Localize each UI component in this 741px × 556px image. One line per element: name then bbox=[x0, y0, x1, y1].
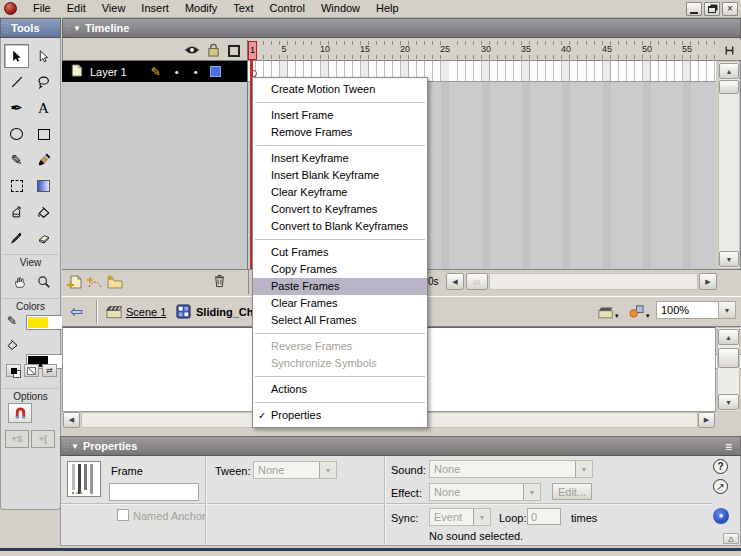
menu-item-convert-to-blank-keyframes[interactable]: Convert to Blank Keyframes bbox=[253, 218, 427, 235]
free-transform-tool[interactable] bbox=[4, 174, 29, 198]
menu-item-properties[interactable]: ✓Properties bbox=[253, 407, 427, 424]
swap-colors-button[interactable]: ⇄ bbox=[42, 364, 57, 377]
outline-layers-icon[interactable] bbox=[228, 45, 240, 57]
menu-item-clear-keyframe[interactable]: Clear Keyframe bbox=[253, 184, 427, 201]
eraser-tool[interactable] bbox=[31, 226, 56, 250]
brush-tool[interactable] bbox=[31, 148, 56, 172]
scroll-up-button[interactable]: ▲ bbox=[718, 329, 739, 345]
scroll-down-button[interactable]: ▼ bbox=[719, 251, 739, 267]
minimize-button[interactable] bbox=[686, 2, 702, 16]
combo-arrow-icon[interactable]: ▾ bbox=[718, 302, 735, 318]
menu-item-remove-frames[interactable]: Remove Frames bbox=[253, 124, 427, 141]
pencil-tool[interactable]: ✎ bbox=[4, 148, 29, 172]
lock-layers-icon[interactable] bbox=[207, 43, 220, 59]
accessibility-button[interactable]: ✶ bbox=[713, 508, 729, 524]
text-tool[interactable]: A bbox=[31, 96, 56, 120]
playhead-marker[interactable]: 1 bbox=[248, 41, 257, 60]
menu-control[interactable]: Control bbox=[261, 0, 312, 17]
pen-tool[interactable]: ✒ bbox=[4, 96, 29, 120]
menu-item-insert-frame[interactable]: Insert Frame bbox=[253, 107, 427, 124]
scrollbar-thumb[interactable]: ||| bbox=[466, 273, 488, 290]
layer-visibility-dot-icon[interactable]: • bbox=[175, 66, 179, 78]
menu-item-cut-frames[interactable]: Cut Frames bbox=[253, 244, 427, 261]
scrollbar-thumb[interactable] bbox=[718, 348, 739, 368]
menu-item-copy-frames[interactable]: Copy Frames bbox=[253, 261, 427, 278]
fill-transform-tool[interactable] bbox=[31, 174, 56, 198]
menu-item-select-all-frames[interactable]: Select All Frames bbox=[253, 312, 427, 329]
menu-item-create-motion-tween[interactable]: Create Motion Tween bbox=[253, 81, 427, 98]
frame-view-options-button[interactable] bbox=[717, 40, 741, 61]
insert-layer-button[interactable] bbox=[66, 274, 83, 292]
zoom-tool[interactable] bbox=[31, 270, 56, 294]
scroll-down-button[interactable]: ▼ bbox=[718, 394, 739, 410]
menu-item-paste-frames[interactable]: Paste Frames bbox=[253, 278, 427, 295]
paint-bucket-tool[interactable] bbox=[31, 200, 56, 224]
add-motion-guide-button[interactable] bbox=[86, 274, 103, 292]
menu-item-insert-blank-keyframe[interactable]: Insert Blank Keyframe bbox=[253, 167, 427, 184]
help-button[interactable]: ? bbox=[713, 459, 728, 474]
timeline-vertical-scrollbar[interactable]: ▲ ▼ bbox=[718, 61, 740, 269]
delete-layer-button[interactable] bbox=[212, 272, 227, 291]
zoom-level-combo[interactable]: 100% ▾ bbox=[656, 301, 736, 319]
collapse-panel-button[interactable]: △ bbox=[723, 533, 739, 544]
menu-view[interactable]: View bbox=[94, 0, 134, 17]
breadcrumb-scene-link[interactable]: Scene 1 bbox=[126, 306, 166, 318]
menu-item-insert-keyframe[interactable]: Insert Keyframe bbox=[253, 150, 427, 167]
collapse-arrow-icon[interactable]: ▼ bbox=[71, 442, 79, 451]
app-icon[interactable] bbox=[4, 2, 17, 15]
scroll-right-button[interactable]: ▶ bbox=[699, 273, 717, 290]
edit-scene-button[interactable]: ▾ bbox=[598, 304, 619, 320]
menu-text[interactable]: Text bbox=[225, 0, 261, 17]
menu-modify[interactable]: Modify bbox=[177, 0, 225, 17]
tools-panel-header[interactable]: Tools bbox=[0, 18, 61, 38]
breadcrumb-symbol-label[interactable]: Sliding_Cha bbox=[196, 306, 260, 318]
close-button[interactable]: × bbox=[722, 2, 738, 16]
panel-popout-button[interactable]: ↗ bbox=[713, 479, 728, 494]
layer-lock-dot-icon[interactable]: • bbox=[194, 66, 198, 78]
ink-bottle-tool[interactable] bbox=[4, 200, 29, 224]
timeline-horizontal-scrollbar[interactable] bbox=[489, 273, 698, 290]
straighten-icon: +( bbox=[39, 434, 47, 444]
menu-insert[interactable]: Insert bbox=[133, 0, 177, 17]
menu-item-convert-to-keyframes[interactable]: Convert to Keyframes bbox=[253, 201, 427, 218]
lasso-tool[interactable] bbox=[31, 70, 56, 94]
line-tool[interactable] bbox=[4, 70, 29, 94]
named-anchor-checkbox bbox=[117, 509, 129, 521]
menu-item-clear-frames[interactable]: Clear Frames bbox=[253, 295, 427, 312]
back-button[interactable]: ⇦ bbox=[70, 302, 83, 321]
subselection-tool[interactable] bbox=[31, 44, 56, 68]
dropdown-arrow-icon: ▾ bbox=[615, 312, 619, 320]
snap-to-objects-button[interactable] bbox=[8, 403, 32, 423]
scroll-left-button[interactable]: ◀ bbox=[63, 412, 80, 428]
scroll-left-button[interactable]: ◀ bbox=[446, 273, 464, 290]
menu-file[interactable]: File bbox=[25, 0, 59, 17]
hand-tool[interactable] bbox=[7, 270, 32, 294]
layer-outline-color-swatch[interactable] bbox=[210, 66, 221, 77]
restore-button[interactable] bbox=[704, 2, 720, 16]
stage-vertical-scrollbar[interactable]: ▲ ▼ bbox=[717, 327, 740, 412]
insert-layer-folder-button[interactable] bbox=[106, 274, 123, 291]
layer-name[interactable]: Layer 1 bbox=[90, 66, 127, 78]
no-color-button[interactable] bbox=[24, 364, 39, 377]
collapse-arrow-icon[interactable]: ▼ bbox=[73, 24, 81, 33]
frame-name-input[interactable] bbox=[109, 483, 199, 501]
scroll-right-button[interactable]: ▶ bbox=[698, 412, 715, 428]
edit-symbols-button[interactable]: ▾ bbox=[628, 303, 650, 320]
panel-options-menu-icon[interactable]: ≡ bbox=[725, 440, 732, 454]
window-controls: × bbox=[684, 2, 738, 16]
menu-help[interactable]: Help bbox=[368, 0, 407, 17]
oval-tool[interactable] bbox=[4, 122, 29, 146]
layer-row[interactable]: Layer 1 ✎ • • bbox=[62, 61, 248, 82]
scrollbar-thumb[interactable] bbox=[719, 80, 739, 94]
menu-item-actions[interactable]: Actions bbox=[253, 381, 427, 398]
scroll-up-button[interactable]: ▲ bbox=[719, 63, 739, 79]
eyedropper-tool[interactable] bbox=[4, 226, 29, 250]
timeline-ruler[interactable]: 5 10 15 20 25 30 35 40 45 50 55 1 bbox=[248, 40, 717, 61]
show-hide-layers-icon[interactable] bbox=[184, 45, 200, 57]
default-colors-button[interactable] bbox=[6, 364, 21, 377]
arrow-tool[interactable] bbox=[4, 44, 29, 68]
rectangle-tool[interactable] bbox=[31, 122, 56, 146]
menu-window[interactable]: Window bbox=[313, 0, 368, 17]
zoom-level-value[interactable]: 100% bbox=[657, 302, 718, 318]
menu-edit[interactable]: Edit bbox=[59, 0, 94, 17]
